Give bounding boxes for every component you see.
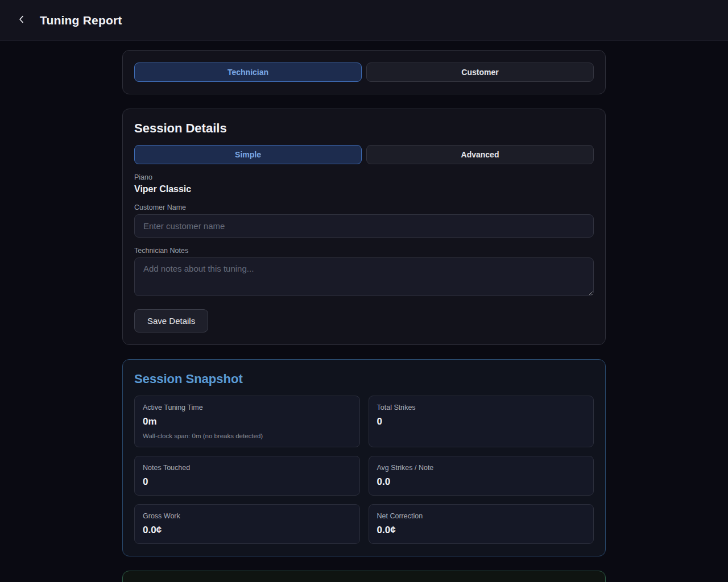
stat-label: Gross Work [143,512,351,520]
piano-label: Piano [134,173,594,181]
stat-value: 0.0 [377,476,586,488]
customer-tab[interactable]: Customer [366,63,594,82]
session-details-title: Session Details [134,121,594,136]
stat-label: Net Correction [377,512,586,520]
mode-toggle: Simple Advanced [134,145,594,164]
stat-active-tuning-time: Active Tuning Time 0m Wall-clock span: 0… [134,396,360,447]
technician-notes-textarea[interactable] [134,257,594,296]
stat-label: Avg Strikes / Note [377,464,586,472]
app-header: Tuning Report [0,0,728,41]
stat-label: Notes Touched [143,464,351,472]
stat-value: 0 [143,476,351,488]
piano-value: Viper Classic [134,184,594,194]
technician-notes-label: Technician Notes [134,247,594,255]
session-details-card: Session Details Simple Advanced Piano Vi… [122,109,606,345]
final-accuracy-card: Final Accuracy [122,571,606,582]
session-snapshot-title: Session Snapshot [134,372,594,386]
chevron-left-icon [17,15,26,26]
advanced-mode-tab[interactable]: Advanced [366,145,594,164]
stat-value: 0.0¢ [377,525,586,536]
view-toggle-card: Technician Customer [122,50,606,94]
customer-name-label: Customer Name [134,203,594,211]
main-content: Technician Customer Session Details Simp… [122,50,606,582]
stat-grid: Active Tuning Time 0m Wall-clock span: 0… [134,396,594,544]
technician-tab[interactable]: Technician [134,63,362,82]
session-snapshot-card: Session Snapshot Active Tuning Time 0m W… [122,359,606,556]
view-toggle: Technician Customer [134,63,594,82]
stat-total-strikes: Total Strikes 0 [369,396,594,447]
page: Tuning Report Technician Customer Sessio… [0,0,728,582]
stat-value: 0 [377,416,586,427]
stat-value: 0.0¢ [143,525,351,536]
simple-mode-tab[interactable]: Simple [134,145,362,164]
stat-subtext: Wall-clock span: 0m (no breaks detected) [143,433,351,439]
stat-value: 0m [143,416,351,427]
save-details-button[interactable]: Save Details [134,309,208,332]
customer-name-input[interactable] [134,214,594,238]
stat-avg-strikes-per-note: Avg Strikes / Note 0.0 [369,456,594,496]
page-title: Tuning Report [40,14,122,27]
stat-gross-work: Gross Work 0.0¢ [134,504,360,544]
stat-label: Active Tuning Time [143,404,351,411]
stat-net-correction: Net Correction 0.0¢ [369,504,594,544]
back-button[interactable] [14,13,30,28]
stat-notes-touched: Notes Touched 0 [134,456,360,496]
stat-label: Total Strikes [377,404,586,411]
